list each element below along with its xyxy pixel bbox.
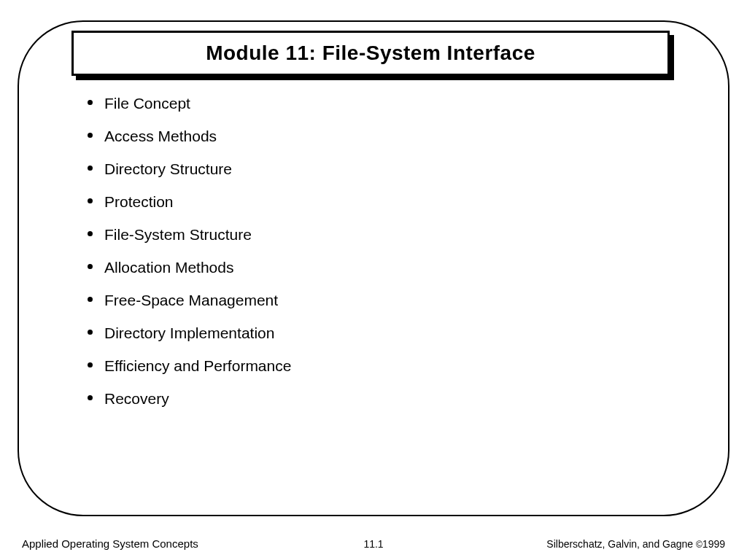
- bullet-icon: [88, 198, 93, 203]
- slide-title: Module 11: File-System Interface: [206, 42, 535, 65]
- list-item: Efficiency and Performance: [88, 357, 291, 375]
- bullet-list: File Concept Access Methods Directory St…: [88, 95, 291, 423]
- bullet-text: File-System Structure: [104, 226, 252, 244]
- slide-footer: Applied Operating System Concepts 11.1 S…: [22, 537, 725, 550]
- list-item: Recovery: [88, 390, 291, 408]
- bullet-text: Efficiency and Performance: [104, 357, 291, 375]
- bullet-text: File Concept: [104, 95, 190, 112]
- bullet-text: Directory Structure: [104, 160, 232, 178]
- footer-left: Applied Operating System Concepts: [22, 537, 198, 550]
- list-item: File-System Structure: [88, 226, 291, 244]
- bullet-icon: [88, 362, 93, 368]
- bullet-icon: [88, 395, 93, 400]
- bullet-icon: [88, 231, 93, 236]
- bullet-text: Free-Space Management: [104, 292, 278, 309]
- copyright-icon: ©: [696, 540, 703, 550]
- bullet-icon: [88, 133, 93, 138]
- bullet-text: Recovery: [104, 390, 169, 408]
- bullet-icon: [88, 330, 93, 335]
- title-box: Module 11: File-System Interface: [71, 31, 670, 76]
- footer-authors: Silberschatz, Galvin, and Gagne: [546, 538, 696, 550]
- bullet-icon: [88, 100, 93, 105]
- list-item: Free-Space Management: [88, 292, 291, 309]
- list-item: Access Methods: [88, 128, 291, 145]
- list-item: Directory Implementation: [88, 324, 291, 342]
- list-item: File Concept: [88, 95, 291, 112]
- bullet-icon: [88, 166, 93, 171]
- list-item: Directory Structure: [88, 160, 291, 178]
- bullet-text: Directory Implementation: [104, 324, 274, 342]
- list-item: Protection: [88, 193, 291, 211]
- bullet-text: Protection: [104, 193, 174, 211]
- footer-page-number: 11.1: [363, 538, 383, 550]
- bullet-text: Access Methods: [104, 128, 217, 145]
- bullet-icon: [88, 264, 93, 269]
- list-item: Allocation Methods: [88, 259, 291, 276]
- bullet-icon: [88, 297, 93, 302]
- footer-right: Silberschatz, Galvin, and Gagne ©1999: [546, 538, 725, 550]
- footer-year: 1999: [703, 538, 725, 550]
- bullet-text: Allocation Methods: [104, 259, 233, 276]
